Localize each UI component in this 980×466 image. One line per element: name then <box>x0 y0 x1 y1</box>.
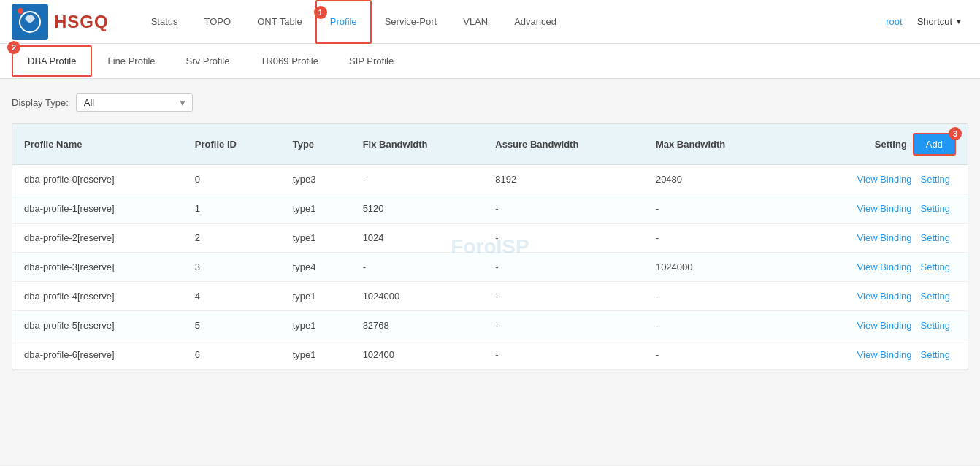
cell-0: dba-profile-5[reserve] <box>12 311 183 340</box>
cell-3: 1024000 <box>351 282 484 311</box>
table-row: dba-profile-6[reserve]6type1102400--View… <box>12 340 968 370</box>
table-row: dba-profile-0[reserve]0type3-819220480Vi… <box>12 165 968 194</box>
cell-3: - <box>351 165 484 194</box>
view-binding-link[interactable]: View Binding <box>857 174 912 185</box>
cell-setting: View BindingSetting <box>784 224 968 253</box>
display-type-select[interactable]: All type1 type2 type3 type4 <box>76 93 193 112</box>
sub-tab-line-profile[interactable]: Line Profile <box>92 46 170 76</box>
nav-item-topo[interactable]: TOPO <box>191 0 245 44</box>
main-nav: Status TOPO ONT Table 1 Profile Service-… <box>138 0 881 44</box>
sub-tab-tr069-profile[interactable]: TR069 Profile <box>245 46 334 76</box>
cell-2: type1 <box>281 282 351 311</box>
table-header-row: Profile Name Profile ID Type Fix Bandwid… <box>12 124 968 165</box>
nav-shortcut[interactable]: Shortcut ▼ <box>911 16 968 27</box>
cell-setting: View BindingSetting <box>784 340 968 370</box>
cell-2: type1 <box>281 194 351 224</box>
setting-link[interactable]: Setting <box>921 174 950 185</box>
cell-4: 8192 <box>483 165 644 194</box>
view-binding-link[interactable]: View Binding <box>857 261 912 272</box>
view-binding-link[interactable]: View Binding <box>857 291 912 302</box>
cell-0: dba-profile-1[reserve] <box>12 194 183 224</box>
view-binding-link[interactable]: View Binding <box>857 232 912 243</box>
badge-2: 2 <box>7 41 20 54</box>
setting-link[interactable]: Setting <box>921 320 950 331</box>
setting-link[interactable]: Setting <box>921 349 950 360</box>
setting-link[interactable]: Setting <box>921 261 950 272</box>
cell-1: 2 <box>183 224 281 253</box>
logo-icon <box>12 4 48 40</box>
add-button[interactable]: 3 Add <box>913 133 956 156</box>
cell-4: - <box>483 340 644 370</box>
col-header-assure-bandwidth: Assure Bandwidth <box>483 124 644 165</box>
cell-1: 3 <box>183 253 281 282</box>
cell-3: 1024 <box>351 224 484 253</box>
logo-area: HSGQ <box>12 4 109 40</box>
dba-profile-table: ForoISP Profile Name Profile ID Type Fix… <box>12 123 968 370</box>
cell-setting: View BindingSetting <box>784 253 968 282</box>
display-type-label: Display Type: <box>12 97 69 108</box>
content-area: Display Type: All type1 type2 type3 type… <box>0 79 980 465</box>
cell-2: type4 <box>281 253 351 282</box>
svg-point-2 <box>18 8 23 14</box>
cell-setting: View BindingSetting <box>784 282 968 311</box>
col-header-profile-name: Profile Name <box>12 124 183 165</box>
setting-link[interactable]: Setting <box>921 203 950 214</box>
cell-1: 6 <box>183 340 281 370</box>
cell-setting: View BindingSetting <box>784 194 968 224</box>
cell-1: 0 <box>183 165 281 194</box>
cell-2: type1 <box>281 224 351 253</box>
setting-link[interactable]: Setting <box>921 232 950 243</box>
cell-3: 5120 <box>351 194 484 224</box>
cell-5: - <box>644 340 784 370</box>
sub-tab-dba-profile[interactable]: 2 DBA Profile <box>12 45 92 77</box>
display-type-wrapper: All type1 type2 type3 type4 ▼ <box>76 93 193 112</box>
sub-tab-srv-profile[interactable]: Srv Profile <box>171 46 245 76</box>
cell-1: 1 <box>183 194 281 224</box>
cell-3: 32768 <box>351 311 484 340</box>
nav-item-vlan[interactable]: VLAN <box>450 0 501 44</box>
cell-4: - <box>483 253 644 282</box>
view-binding-link[interactable]: View Binding <box>857 349 912 360</box>
sub-tab-sip-profile[interactable]: SIP Profile <box>334 46 409 76</box>
cell-2: type1 <box>281 311 351 340</box>
table-row: dba-profile-2[reserve]2type11024--View B… <box>12 224 968 253</box>
cell-5: 20480 <box>644 165 784 194</box>
cell-3: 102400 <box>351 340 484 370</box>
cell-1: 4 <box>183 282 281 311</box>
cell-5: - <box>644 311 784 340</box>
col-header-max-bandwidth: Max Bandwidth <box>644 124 784 165</box>
nav-item-advanced[interactable]: Advanced <box>501 0 570 44</box>
nav-item-profile[interactable]: 1 Profile <box>315 0 372 44</box>
cell-0: dba-profile-0[reserve] <box>12 165 183 194</box>
cell-2: type1 <box>281 340 351 370</box>
cell-5: - <box>644 282 784 311</box>
table-row: dba-profile-1[reserve]1type15120--View B… <box>12 194 968 224</box>
chevron-down-icon: ▼ <box>955 18 962 26</box>
cell-setting: View BindingSetting <box>784 165 968 194</box>
nav-item-status[interactable]: Status <box>138 0 191 44</box>
logo-text: HSGQ <box>54 12 109 32</box>
cell-2: type3 <box>281 165 351 194</box>
cell-4: - <box>483 194 644 224</box>
table-row: dba-profile-5[reserve]5type132768--View … <box>12 311 968 340</box>
view-binding-link[interactable]: View Binding <box>857 203 912 214</box>
sub-tabs: 2 DBA Profile Line Profile Srv Profile T… <box>0 44 980 79</box>
cell-4: - <box>483 282 644 311</box>
nav-item-ont-table[interactable]: ONT Table <box>244 0 315 44</box>
setting-link[interactable]: Setting <box>921 291 950 302</box>
cell-0: dba-profile-2[reserve] <box>12 224 183 253</box>
nav-item-service-port[interactable]: Service-Port <box>372 0 451 44</box>
cell-4: - <box>483 311 644 340</box>
cell-5: 1024000 <box>644 253 784 282</box>
badge-3: 3 <box>949 127 962 140</box>
table-row: dba-profile-4[reserve]4type11024000--Vie… <box>12 282 968 311</box>
cell-0: dba-profile-4[reserve] <box>12 282 183 311</box>
cell-3: - <box>351 253 484 282</box>
col-header-profile-id: Profile ID <box>183 124 281 165</box>
nav-right: root Shortcut ▼ <box>880 16 968 27</box>
cell-1: 5 <box>183 311 281 340</box>
view-binding-link[interactable]: View Binding <box>857 320 912 331</box>
table-body: dba-profile-0[reserve]0type3-819220480Vi… <box>12 165 968 370</box>
col-header-fix-bandwidth: Fix Bandwidth <box>351 124 484 165</box>
nav-user: root <box>880 16 908 27</box>
